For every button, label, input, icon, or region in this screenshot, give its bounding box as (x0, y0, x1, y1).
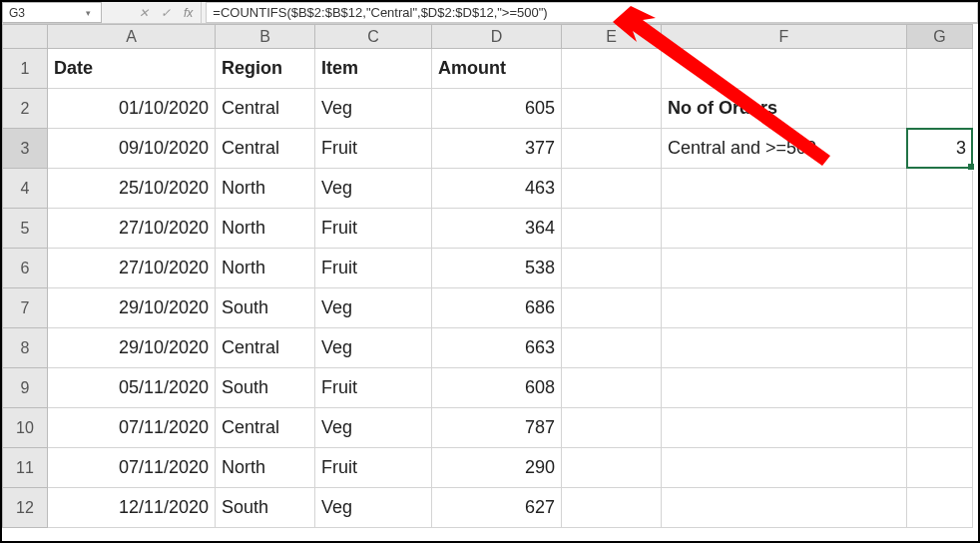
cell-C8[interactable]: Veg (315, 328, 432, 368)
cell-C5[interactable]: Fruit (315, 209, 432, 249)
cell-D4[interactable]: 463 (432, 169, 562, 209)
cell-A4[interactable]: 25/10/2020 (48, 169, 216, 209)
cell-F1[interactable] (662, 49, 907, 89)
cell-E5[interactable] (562, 209, 662, 249)
cell-E10[interactable] (562, 408, 662, 448)
cell-D7[interactable]: 686 (432, 288, 562, 328)
cell-A11[interactable]: 07/11/2020 (48, 448, 216, 488)
header-item[interactable]: Item (315, 49, 432, 89)
row-header-11[interactable]: 11 (3, 448, 48, 488)
cell-G1[interactable] (907, 49, 973, 89)
cell-G4[interactable] (907, 169, 973, 209)
row-header-8[interactable]: 8 (3, 328, 48, 368)
cell-G10[interactable] (907, 408, 973, 448)
cell-C7[interactable]: Veg (315, 288, 432, 328)
no-of-orders-title[interactable]: No of Orders (662, 89, 907, 129)
cell-D3[interactable]: 377 (432, 129, 562, 169)
header-date[interactable]: Date (48, 49, 216, 89)
cell-F9[interactable] (662, 368, 907, 408)
cell-B2[interactable]: Central (216, 89, 315, 129)
row-header-9[interactable]: 9 (3, 368, 48, 408)
row-header-3[interactable]: 3 (3, 129, 48, 169)
name-box[interactable]: G3 ▾ (2, 2, 102, 23)
cell-F10[interactable] (662, 408, 907, 448)
cell-A12[interactable]: 12/11/2020 (48, 488, 216, 528)
cell-B11[interactable]: North (216, 448, 315, 488)
select-all-corner[interactable] (3, 25, 48, 49)
cell-C6[interactable]: Fruit (315, 249, 432, 288)
row-header-7[interactable]: 7 (3, 288, 48, 328)
col-header-G[interactable]: G (907, 25, 973, 49)
cell-D9[interactable]: 608 (432, 368, 562, 408)
cell-E3[interactable] (562, 129, 662, 169)
col-header-E[interactable]: E (562, 25, 662, 49)
cell-G6[interactable] (907, 249, 973, 288)
cell-E1[interactable] (562, 49, 662, 89)
cell-B5[interactable]: North (216, 209, 315, 249)
cell-B12[interactable]: South (216, 488, 315, 528)
cell-C2[interactable]: Veg (315, 89, 432, 129)
col-header-C[interactable]: C (315, 25, 432, 49)
cell-D2[interactable]: 605 (432, 89, 562, 129)
cell-A2[interactable]: 01/10/2020 (48, 89, 216, 129)
cell-G8[interactable] (907, 328, 973, 368)
cell-D6[interactable]: 538 (432, 249, 562, 288)
cell-D5[interactable]: 364 (432, 209, 562, 249)
header-region[interactable]: Region (216, 49, 315, 89)
col-header-B[interactable]: B (216, 25, 315, 49)
formula-input[interactable]: =COUNTIFS($B$2:$B$12,"Central",$D$2:$D$1… (206, 2, 978, 23)
cell-B8[interactable]: Central (216, 328, 315, 368)
col-header-D[interactable]: D (432, 25, 562, 49)
col-header-F[interactable]: F (662, 25, 907, 49)
cell-D10[interactable]: 787 (432, 408, 562, 448)
cell-A6[interactable]: 27/10/2020 (48, 249, 216, 288)
cell-B6[interactable]: North (216, 249, 315, 288)
cell-F7[interactable] (662, 288, 907, 328)
cell-G9[interactable] (907, 368, 973, 408)
cell-E11[interactable] (562, 448, 662, 488)
cell-E8[interactable] (562, 328, 662, 368)
name-box-dropdown-icon[interactable]: ▾ (81, 8, 95, 18)
cell-C4[interactable]: Veg (315, 169, 432, 209)
cell-C9[interactable]: Fruit (315, 368, 432, 408)
cell-E12[interactable] (562, 488, 662, 528)
row-header-12[interactable]: 12 (3, 488, 48, 528)
cell-E6[interactable] (562, 249, 662, 288)
cell-G2[interactable] (907, 89, 973, 129)
enter-formula-icon[interactable]: ✓ (158, 5, 174, 21)
cell-C12[interactable]: Veg (315, 488, 432, 528)
cell-D12[interactable]: 627 (432, 488, 562, 528)
cell-E7[interactable] (562, 288, 662, 328)
cell-E2[interactable] (562, 89, 662, 129)
cell-G11[interactable] (907, 448, 973, 488)
cancel-formula-icon[interactable]: ✕ (136, 5, 152, 21)
cell-F12[interactable] (662, 488, 907, 528)
cell-A3[interactable]: 09/10/2020 (48, 129, 216, 169)
cell-F6[interactable] (662, 249, 907, 288)
cell-A5[interactable]: 27/10/2020 (48, 209, 216, 249)
row-header-6[interactable]: 6 (3, 249, 48, 288)
cell-E4[interactable] (562, 169, 662, 209)
row-header-10[interactable]: 10 (3, 408, 48, 448)
cell-D11[interactable]: 290 (432, 448, 562, 488)
cell-A7[interactable]: 29/10/2020 (48, 288, 216, 328)
cell-A10[interactable]: 07/11/2020 (48, 408, 216, 448)
fx-icon[interactable]: fx (180, 6, 197, 20)
cell-B4[interactable]: North (216, 169, 315, 209)
row-header-1[interactable]: 1 (3, 49, 48, 89)
cell-B9[interactable]: South (216, 368, 315, 408)
cell-F11[interactable] (662, 448, 907, 488)
cell-F8[interactable] (662, 328, 907, 368)
cell-B3[interactable]: Central (216, 129, 315, 169)
row-header-5[interactable]: 5 (3, 209, 48, 249)
cell-A9[interactable]: 05/11/2020 (48, 368, 216, 408)
central-label[interactable]: Central and >=500 (662, 129, 907, 169)
cell-A8[interactable]: 29/10/2020 (48, 328, 216, 368)
header-amount[interactable]: Amount (432, 49, 562, 89)
cell-F5[interactable] (662, 209, 907, 249)
cell-C10[interactable]: Veg (315, 408, 432, 448)
cell-D8[interactable]: 663 (432, 328, 562, 368)
spreadsheet-grid[interactable]: A B C D E F G 1 Date Region Item Amount … (2, 24, 973, 528)
result-cell-G3[interactable]: 3 (907, 129, 973, 169)
cell-F4[interactable] (662, 169, 907, 209)
